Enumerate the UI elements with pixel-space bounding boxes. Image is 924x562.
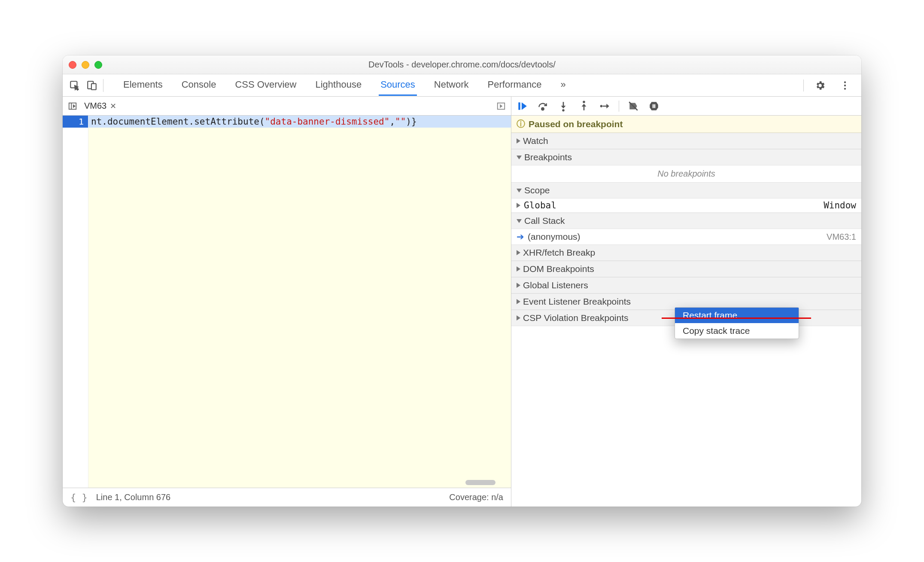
more-tabs-icon[interactable] (495, 100, 508, 112)
svg-point-5 (844, 88, 846, 89)
chevron-right-icon (517, 299, 520, 304)
chevron-right-icon (517, 250, 520, 255)
section-call-stack[interactable]: Call Stack (511, 213, 861, 229)
step-icon[interactable] (598, 100, 611, 113)
svg-rect-24 (653, 104, 654, 108)
svg-marker-15 (561, 105, 566, 108)
debugger-sections: Watch Breakpoints No breakpoints Scope G… (511, 133, 861, 326)
svg-marker-10 (500, 105, 502, 107)
menu-item-copy-stack-trace[interactable]: Copy stack trace (675, 323, 799, 339)
debug-toolbar (511, 97, 861, 116)
chevron-down-icon (517, 156, 522, 159)
svg-marker-8 (73, 105, 75, 107)
file-tab-label: VM63 (84, 101, 106, 111)
chevron-right-icon (517, 138, 520, 144)
section-breakpoints[interactable]: Breakpoints (511, 149, 861, 165)
tab-elements[interactable]: Elements (122, 75, 164, 96)
section-global-listeners[interactable]: Global Listeners (511, 277, 861, 293)
main-toolbar: Elements Console CSS Overview Lighthouse… (63, 74, 861, 97)
code-area[interactable]: nt.documentElement.setAttribute("data-ba… (88, 116, 511, 488)
tab-css-overview[interactable]: CSS Overview (233, 75, 298, 96)
inspect-element-icon[interactable] (66, 77, 83, 94)
svg-rect-25 (654, 104, 656, 108)
tabs-overflow-button[interactable]: » (559, 75, 568, 96)
paused-text: Paused on breakpoint (529, 119, 623, 129)
titlebar: DevTools - developer.chrome.com/docs/dev… (63, 55, 861, 74)
svg-point-13 (541, 107, 544, 110)
tab-console[interactable]: Console (180, 75, 218, 96)
minimize-window-button[interactable] (82, 61, 89, 69)
svg-marker-12 (522, 102, 527, 110)
pause-on-exceptions-icon[interactable] (647, 100, 660, 113)
code-line-1: nt.documentElement.setAttribute("data-ba… (88, 116, 511, 128)
svg-point-3 (844, 81, 846, 83)
coverage-status: Coverage: n/a (449, 492, 503, 502)
strikethrough-annotation (662, 318, 811, 319)
chevron-right-icon (517, 266, 520, 272)
stack-frame-anonymous[interactable]: ➔ (anonymous) VM63:1 (511, 229, 861, 244)
breakpoints-body: No breakpoints (511, 165, 861, 182)
chevron-right-icon (517, 203, 520, 208)
step-over-icon[interactable] (536, 100, 549, 113)
svg-marker-18 (582, 104, 587, 107)
stack-frame-label: (anonymous) (528, 232, 581, 242)
svg-marker-22 (606, 104, 609, 108)
panel-tabs: Elements Console CSS Overview Lighthouse… (122, 75, 803, 96)
debugger-panel: ⓘ Paused on breakpoint Watch Breakpoints… (511, 97, 861, 507)
toolbar-separator (803, 79, 804, 92)
svg-rect-11 (518, 102, 520, 110)
deactivate-breakpoints-icon[interactable] (627, 100, 640, 113)
chevron-right-icon (517, 315, 520, 321)
section-xhr-breakpoints[interactable]: XHR/fetch Breakp (511, 244, 861, 261)
context-menu: Restart frame Copy stack trace (675, 307, 799, 339)
device-toolbar-icon[interactable] (83, 77, 100, 94)
main-split: VM63 ✕ 1 nt.documentElement.setAttribute… (63, 97, 861, 507)
debug-toolbar-separator (619, 101, 619, 112)
pretty-print-icon[interactable]: { } (70, 492, 88, 503)
line-number-1[interactable]: 1 (63, 116, 88, 128)
file-tab-vm63[interactable]: VM63 ✕ (84, 101, 116, 111)
tab-sources[interactable]: Sources (379, 75, 417, 96)
svg-point-16 (562, 109, 564, 111)
horizontal-scrollbar-thumb[interactable] (465, 480, 495, 485)
close-tab-icon[interactable]: ✕ (110, 101, 116, 111)
step-into-icon[interactable] (557, 100, 570, 113)
toolbar-right (803, 77, 858, 94)
editor-tabstrip: VM63 ✕ (63, 97, 511, 116)
current-frame-arrow-icon: ➔ (517, 232, 524, 242)
chevron-right-icon (517, 283, 520, 288)
cursor-position: Line 1, Column 676 (96, 492, 170, 502)
tab-performance[interactable]: Performance (486, 75, 544, 96)
kebab-menu-icon[interactable] (836, 77, 854, 94)
chevron-down-icon (517, 219, 522, 223)
tab-lighthouse[interactable]: Lighthouse (313, 75, 363, 96)
scope-global-label: Global (524, 200, 556, 211)
editor-body: 1 nt.documentElement.setAttribute("data-… (63, 116, 511, 488)
svg-point-20 (600, 105, 602, 107)
settings-icon[interactable] (812, 77, 829, 94)
no-breakpoints-label: No breakpoints (511, 165, 861, 182)
section-scope[interactable]: Scope (511, 182, 861, 199)
section-dom-breakpoints[interactable]: DOM Breakpoints (511, 261, 861, 277)
devtools-window: DevTools - developer.chrome.com/docs/dev… (63, 55, 861, 507)
scope-global-row[interactable]: Global Window (511, 199, 861, 213)
menu-item-restart-frame[interactable]: Restart frame (675, 308, 799, 323)
navigator-toggle-icon[interactable] (66, 100, 79, 112)
stack-frame-location: VM63:1 (827, 232, 856, 242)
resume-icon[interactable] (516, 100, 529, 113)
gutter: 1 (63, 116, 88, 488)
close-window-button[interactable] (69, 61, 76, 69)
editor-status-bar: { } Line 1, Column 676 Coverage: n/a (63, 488, 511, 507)
toolbar-separator (103, 79, 103, 92)
step-out-icon[interactable] (578, 100, 590, 113)
svg-point-19 (583, 101, 585, 103)
tab-network[interactable]: Network (432, 75, 471, 96)
maximize-window-button[interactable] (94, 61, 102, 69)
editor-panel: VM63 ✕ 1 nt.documentElement.setAttribute… (63, 97, 511, 507)
section-watch[interactable]: Watch (511, 133, 861, 149)
chevron-down-icon (517, 189, 522, 192)
info-icon: ⓘ (517, 118, 525, 130)
paused-banner: ⓘ Paused on breakpoint (511, 116, 861, 133)
svg-rect-2 (91, 83, 96, 89)
svg-point-4 (844, 84, 846, 86)
